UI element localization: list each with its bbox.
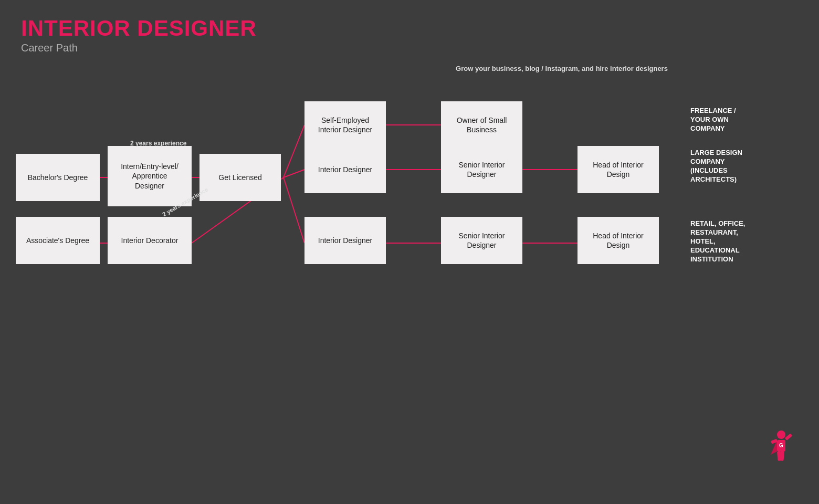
diagram-area: Grow your business, blog / Instagram, an…	[0, 65, 819, 72]
box-interior-designer-top: Interior Designer	[304, 146, 386, 193]
svg-line-7	[284, 125, 304, 177]
header: INTERIOR DESIGNER Career Path	[0, 0, 819, 59]
svg-line-5	[284, 170, 304, 177]
col-label-retail: RETAIL, OFFICE,RESTAURANT,HOTEL,EDUCATIO…	[690, 219, 745, 264]
box-senior-designer-top: Senior InteriorDesigner	[441, 146, 522, 193]
box-intern: Intern/Entry-level/ApprenticeDesigner	[108, 146, 192, 206]
box-interior-designer-bot: Interior Designer	[304, 217, 386, 264]
page-title: INTERIOR DESIGNER	[21, 16, 798, 41]
box-associates: Associate's Degree	[16, 217, 100, 264]
logo-icon: G	[761, 428, 798, 470]
box-head-design-top: Head of InteriorDesign	[578, 146, 659, 193]
col-label-freelance: FREELANCE /YOUR OWNCOMPANY	[690, 107, 736, 133]
svg-point-12	[777, 430, 785, 439]
exp-label-top: 2 years experience	[130, 140, 186, 147]
svg-rect-18	[785, 433, 793, 440]
svg-line-6	[284, 177, 304, 243]
svg-text:G: G	[779, 443, 783, 448]
box-bachelors: Bachelor's Degree	[16, 154, 100, 201]
box-self-employed: Self-EmployedInterior Designer	[304, 101, 386, 149]
page-subtitle: Career Path	[21, 42, 798, 54]
box-head-design-bot: Head of InteriorDesign	[578, 217, 659, 264]
box-decorator: Interior Decorator	[108, 217, 192, 264]
grow-label: Grow your business, blog / Instagram, an…	[304, 65, 819, 72]
box-get-licensed: Get Licensed	[200, 154, 281, 201]
box-owner-small-biz: Owner of SmallBusiness	[441, 101, 522, 149]
col-label-large-design: LARGE DESIGNCOMPANY(INCLUDESARCHITECTS)	[690, 149, 742, 184]
box-senior-designer-bot: Senior InteriorDesigner	[441, 217, 522, 264]
logo-area: G	[761, 428, 798, 472]
